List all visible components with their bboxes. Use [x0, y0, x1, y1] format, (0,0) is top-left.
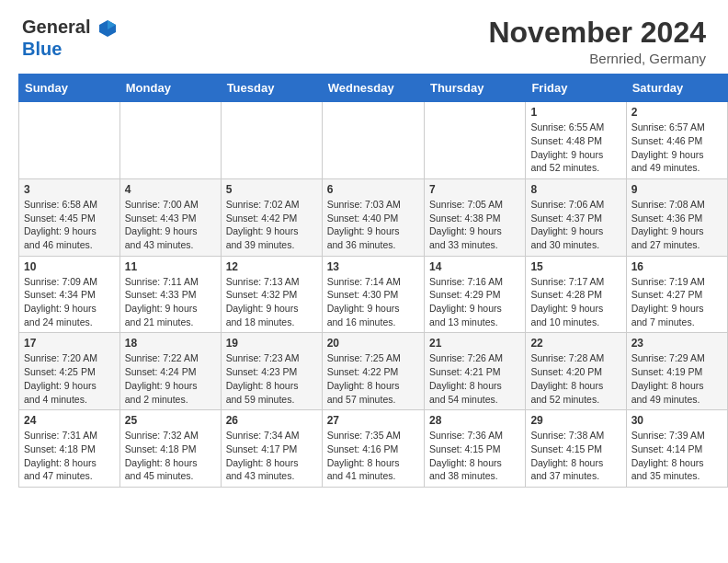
- cell-info-line: Sunset: 4:21 PM: [429, 366, 501, 377]
- calendar-cell: 19Sunrise: 7:23 AMSunset: 4:23 PMDayligh…: [221, 333, 322, 410]
- col-friday: Friday: [526, 75, 626, 102]
- cell-info-line: and 46 minutes.: [24, 239, 93, 250]
- cell-info-line: Sunrise: 7:20 AM: [24, 352, 97, 363]
- calendar-cell: 2Sunrise: 6:57 AMSunset: 4:46 PMDaylight…: [626, 102, 727, 179]
- cell-date-number: 28: [429, 414, 520, 427]
- calendar-cell: 18Sunrise: 7:22 AMSunset: 4:24 PMDayligh…: [119, 333, 221, 410]
- cell-info-line: Sunrise: 7:26 AM: [429, 352, 503, 363]
- calendar-cell: 5Sunrise: 7:02 AMSunset: 4:42 PMDaylight…: [221, 178, 322, 256]
- cell-info-line: and 49 minutes.: [631, 394, 700, 405]
- calendar-cell: [19, 102, 120, 179]
- cell-date-number: 3: [24, 183, 115, 196]
- cell-info-line: Daylight: 8 hours: [226, 380, 299, 391]
- cell-info-line: Sunrise: 7:36 AM: [429, 430, 503, 441]
- cell-info-line: Daylight: 8 hours: [125, 457, 198, 468]
- cell-info-line: and 59 minutes.: [226, 394, 295, 405]
- cell-info-line: Sunset: 4:33 PM: [125, 289, 197, 300]
- calendar-cell: 25Sunrise: 7:32 AMSunset: 4:18 PMDayligh…: [119, 410, 221, 488]
- calendar-cell: 3Sunrise: 6:58 AMSunset: 4:45 PMDaylight…: [19, 178, 120, 256]
- month-year-title: November 2024: [488, 17, 706, 49]
- cell-info-line: Sunset: 4:28 PM: [530, 289, 602, 300]
- calendar-cell: 28Sunrise: 7:36 AMSunset: 4:15 PMDayligh…: [424, 410, 525, 488]
- cell-date-number: 29: [530, 414, 620, 427]
- cell-info-line: and 21 minutes.: [125, 316, 194, 327]
- cell-info-line: Daylight: 9 hours: [24, 303, 97, 314]
- cell-info-text: Sunrise: 6:55 AMSunset: 4:48 PMDaylight:…: [530, 121, 620, 175]
- calendar-cell: 20Sunrise: 7:25 AMSunset: 4:22 PMDayligh…: [322, 333, 424, 410]
- cell-info-line: Sunrise: 7:02 AM: [226, 199, 300, 210]
- title-section: November 2024 Bernried, Germany: [488, 17, 706, 66]
- calendar-cell: [221, 102, 322, 179]
- cell-info-text: Sunrise: 7:26 AMSunset: 4:21 PMDaylight:…: [429, 351, 520, 406]
- cell-info-text: Sunrise: 7:36 AMSunset: 4:15 PMDaylight:…: [429, 429, 520, 483]
- cell-info-line: Daylight: 8 hours: [530, 380, 603, 391]
- cell-info-text: Sunrise: 7:11 AMSunset: 4:33 PMDaylight:…: [125, 275, 216, 329]
- cell-info-text: Sunrise: 7:31 AMSunset: 4:18 PMDaylight:…: [24, 429, 115, 483]
- calendar-week-2: 3Sunrise: 6:58 AMSunset: 4:45 PMDaylight…: [19, 178, 728, 256]
- cell-info-line: Daylight: 8 hours: [631, 457, 704, 468]
- cell-date-number: 17: [24, 337, 115, 350]
- cell-info-line: and 43 minutes.: [125, 239, 194, 250]
- cell-date-number: 13: [327, 260, 419, 273]
- calendar-cell: [424, 102, 525, 179]
- cell-info-line: and 54 minutes.: [429, 394, 498, 405]
- calendar-cell: 30Sunrise: 7:39 AMSunset: 4:14 PMDayligh…: [626, 410, 727, 488]
- cell-info-line: Sunset: 4:15 PM: [530, 443, 602, 454]
- cell-info-line: Sunset: 4:36 PM: [631, 213, 703, 224]
- calendar-week-1: 1Sunrise: 6:55 AMSunset: 4:48 PMDaylight…: [19, 102, 728, 179]
- cell-info-line: and 47 minutes.: [24, 470, 93, 481]
- calendar-wrapper: Sunday Monday Tuesday Wednesday Thursday…: [0, 74, 728, 497]
- calendar-cell: 1Sunrise: 6:55 AMSunset: 4:48 PMDaylight…: [526, 102, 626, 179]
- logo-blue: Blue: [22, 39, 118, 59]
- cell-info-line: and 24 minutes.: [24, 316, 93, 327]
- cell-info-text: Sunrise: 7:34 AMSunset: 4:17 PMDaylight:…: [226, 429, 317, 483]
- cell-info-line: Daylight: 9 hours: [24, 380, 97, 391]
- calendar-cell: 26Sunrise: 7:34 AMSunset: 4:17 PMDayligh…: [221, 410, 322, 488]
- cell-info-line: Sunrise: 6:57 AM: [631, 121, 705, 132]
- col-monday: Monday: [119, 75, 221, 102]
- cell-info-line: and 4 minutes.: [24, 394, 87, 405]
- cell-info-line: Daylight: 9 hours: [125, 380, 198, 391]
- cell-info-line: Sunrise: 7:32 AM: [125, 430, 199, 441]
- cell-info-line: Sunrise: 7:25 AM: [327, 352, 401, 363]
- cell-info-line: Sunset: 4:25 PM: [24, 366, 96, 377]
- cell-info-line: Sunset: 4:29 PM: [429, 289, 501, 300]
- cell-info-line: Sunset: 4:18 PM: [24, 443, 96, 454]
- cell-info-line: Sunset: 4:48 PM: [530, 135, 602, 146]
- cell-info-text: Sunrise: 7:29 AMSunset: 4:19 PMDaylight:…: [631, 351, 722, 406]
- calendar-cell: 9Sunrise: 7:08 AMSunset: 4:36 PMDaylight…: [626, 178, 727, 256]
- cell-info-text: Sunrise: 7:23 AMSunset: 4:23 PMDaylight:…: [226, 351, 317, 406]
- cell-info-text: Sunrise: 7:28 AMSunset: 4:20 PMDaylight:…: [530, 351, 620, 406]
- cell-info-line: Sunrise: 7:22 AM: [125, 352, 199, 363]
- calendar-cell: 16Sunrise: 7:19 AMSunset: 4:27 PMDayligh…: [626, 256, 727, 333]
- cell-info-line: Sunset: 4:40 PM: [327, 213, 399, 224]
- cell-info-text: Sunrise: 6:57 AMSunset: 4:46 PMDaylight:…: [631, 121, 722, 175]
- cell-info-line: Sunrise: 7:38 AM: [530, 430, 604, 441]
- cell-info-line: Sunset: 4:32 PM: [226, 289, 298, 300]
- cell-date-number: 30: [631, 414, 722, 427]
- calendar-cell: 21Sunrise: 7:26 AMSunset: 4:21 PMDayligh…: [424, 333, 525, 410]
- cell-info-text: Sunrise: 7:02 AMSunset: 4:42 PMDaylight:…: [226, 198, 317, 252]
- col-wednesday: Wednesday: [322, 75, 424, 102]
- cell-info-text: Sunrise: 7:38 AMSunset: 4:15 PMDaylight:…: [530, 429, 620, 483]
- cell-info-line: Daylight: 9 hours: [631, 303, 704, 314]
- calendar-cell: 14Sunrise: 7:16 AMSunset: 4:29 PMDayligh…: [424, 256, 525, 333]
- cell-info-line: Sunset: 4:19 PM: [631, 366, 703, 377]
- cell-info-line: and 43 minutes.: [226, 470, 295, 481]
- cell-info-line: and 57 minutes.: [327, 394, 396, 405]
- cell-date-number: 6: [327, 183, 419, 196]
- cell-info-line: Sunset: 4:43 PM: [125, 213, 197, 224]
- cell-info-line: Daylight: 8 hours: [327, 457, 400, 468]
- cell-date-number: 26: [226, 414, 317, 427]
- cell-info-line: Sunrise: 7:19 AM: [631, 276, 705, 287]
- cell-info-line: Sunrise: 7:00 AM: [125, 199, 199, 210]
- calendar-cell: 22Sunrise: 7:28 AMSunset: 4:20 PMDayligh…: [526, 333, 626, 410]
- cell-info-line: Daylight: 9 hours: [327, 225, 400, 236]
- cell-date-number: 23: [631, 337, 722, 350]
- cell-date-number: 15: [530, 260, 620, 273]
- calendar-header-row: Sunday Monday Tuesday Wednesday Thursday…: [19, 75, 728, 102]
- calendar-cell: 12Sunrise: 7:13 AMSunset: 4:32 PMDayligh…: [221, 256, 322, 333]
- cell-info-line: and 36 minutes.: [327, 239, 396, 250]
- cell-date-number: 16: [631, 260, 722, 273]
- calendar-cell: 4Sunrise: 7:00 AMSunset: 4:43 PMDaylight…: [119, 178, 221, 256]
